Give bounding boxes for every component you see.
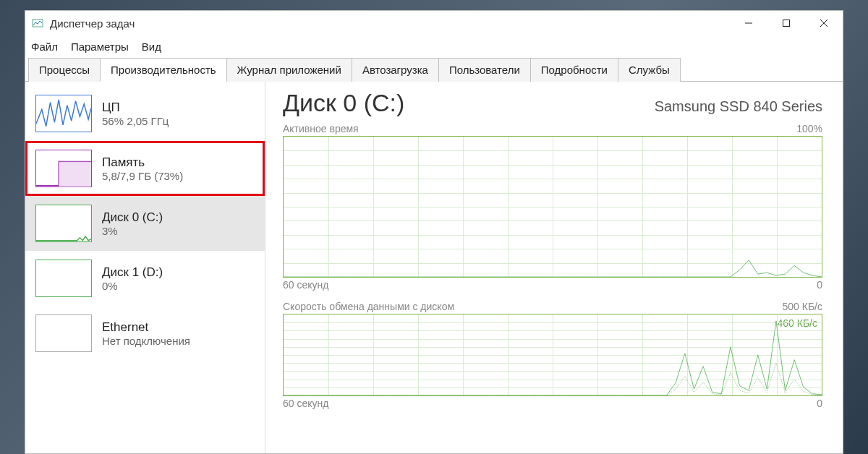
memory-sparkline-icon: [35, 150, 92, 187]
sidebar-item-memory[interactable]: Память 5,8/7,9 ГБ (73%): [25, 141, 265, 196]
active-time-chart: [283, 136, 822, 278]
maximize-button[interactable]: [767, 11, 805, 35]
chart1-xleft: 60 секунд: [283, 279, 328, 291]
menu-file[interactable]: Файл: [31, 40, 58, 53]
app-icon: [31, 17, 44, 30]
disk0-sub: 3%: [102, 225, 163, 237]
transfer-rate-chart: 460 КБ/с: [283, 314, 822, 396]
chart2-max: 500 КБ/с: [783, 301, 822, 312]
sidebar-item-ethernet[interactable]: Ethernet Нет подключения: [25, 306, 265, 361]
svg-rect-0: [33, 20, 43, 27]
disk1-title: Диск 1 (D:): [102, 265, 163, 280]
chart2-label: Скорость обмена данными с диском: [283, 301, 454, 312]
disk1-sparkline-icon: [35, 260, 92, 297]
transfer-rate-chart-block: Скорость обмена данными с диском 500 КБ/…: [283, 301, 822, 409]
task-manager-window: Диспетчер задач Файл Параметры Вид Проце…: [25, 10, 843, 454]
menu-options[interactable]: Параметры: [71, 40, 129, 53]
sidebar-item-cpu[interactable]: ЦП 56% 2,05 ГГц: [25, 86, 265, 141]
main-title: Диск 0 (C:): [283, 89, 404, 117]
window-controls: [730, 11, 843, 35]
sidebar-item-disk1[interactable]: Диск 1 (D:) 0%: [25, 251, 265, 306]
tab-users[interactable]: Пользователи: [438, 58, 531, 82]
ethernet-title: Ethernet: [102, 320, 190, 335]
performance-sidebar: ЦП 56% 2,05 ГГц Память 5,8/7,9 ГБ (73%): [25, 82, 265, 453]
sidebar-item-disk0[interactable]: Диск 0 (C:) 3%: [25, 196, 265, 251]
tab-processes[interactable]: Процессы: [28, 58, 101, 82]
tabstrip: Процессы Производительность Журнал прило…: [25, 57, 843, 82]
tab-details[interactable]: Подробности: [530, 58, 618, 82]
disk1-sub: 0%: [102, 280, 163, 292]
cpu-sub: 56% 2,05 ГГц: [102, 115, 169, 127]
tab-performance[interactable]: Производительность: [100, 58, 227, 82]
disk0-sparkline-icon: [35, 205, 92, 242]
menubar: Файл Параметры Вид: [25, 35, 843, 57]
chart1-label: Активное время: [283, 123, 359, 134]
disk0-title: Диск 0 (C:): [102, 210, 163, 225]
ethernet-sparkline-icon: [35, 314, 92, 352]
content-body: ЦП 56% 2,05 ГГц Память 5,8/7,9 ГБ (73%): [25, 82, 843, 453]
tab-services[interactable]: Службы: [618, 58, 681, 82]
minimize-button[interactable]: [730, 11, 767, 35]
chart2-xright: 0: [817, 398, 822, 409]
chart1-max: 100%: [796, 123, 822, 134]
ethernet-sub: Нет подключения: [102, 335, 190, 347]
menu-view[interactable]: Вид: [142, 40, 161, 53]
chart2-xleft: 60 секунд: [283, 398, 328, 409]
titlebar: Диспетчер задач: [25, 11, 843, 35]
cpu-title: ЦП: [102, 100, 169, 115]
active-time-chart-block: Активное время 100% 60 секунд 0: [283, 123, 822, 291]
cpu-sparkline-icon: [35, 95, 92, 132]
memory-title: Память: [102, 155, 183, 170]
tab-app-history[interactable]: Журнал приложений: [226, 58, 352, 82]
tab-startup[interactable]: Автозагрузка: [352, 58, 439, 82]
close-button[interactable]: [805, 11, 843, 35]
window-title: Диспетчер задач: [50, 17, 730, 30]
svg-rect-2: [783, 20, 790, 27]
device-name: Samsung SSD 840 Series: [655, 98, 822, 115]
svg-rect-5: [59, 162, 91, 187]
memory-sub: 5,8/7,9 ГБ (73%): [102, 170, 183, 182]
main-panel: Диск 0 (C:) Samsung SSD 840 Series Актив…: [265, 82, 843, 453]
chart1-xright: 0: [817, 279, 822, 291]
